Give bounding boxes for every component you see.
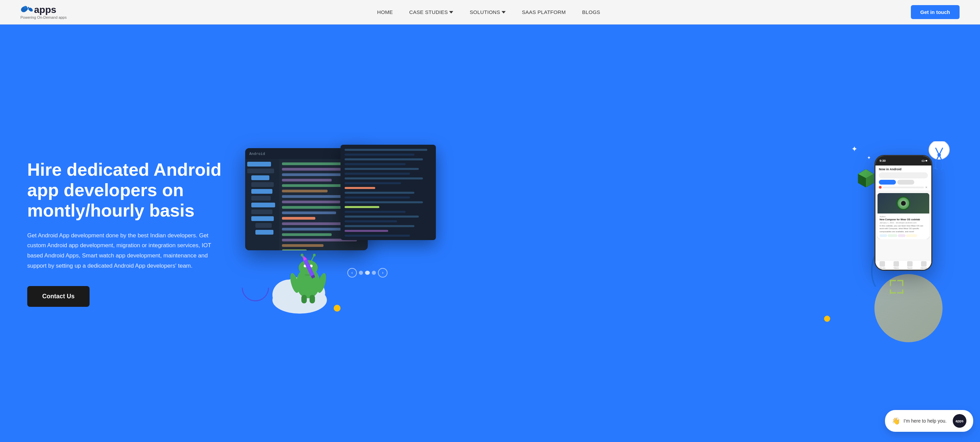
- phone-bottom-nav: For you Videos Saved Interests: [875, 260, 931, 270]
- phone-card-meta: January 1, 2021 · developer.android.com: [880, 222, 927, 224]
- phone-time: 9:30: [880, 159, 886, 162]
- phone-tag-item: [888, 234, 897, 237]
- carousel-dot: [359, 271, 363, 275]
- phone-header-text: Now in Android: [879, 167, 928, 171]
- phone-nav-saved-label: Saved: [907, 267, 912, 269]
- phone-tag-item: [898, 234, 905, 237]
- hero-description: Get Android App development done by the …: [27, 231, 218, 271]
- nav-links: HOME CASE STUDIES SOLUTIONS SAAS PLATFOR…: [377, 9, 600, 15]
- chat-bubble[interactable]: 👋 I'm here to help you. apps: [885, 410, 973, 432]
- phone-card: Author New Compose for Wear OS codelab J…: [878, 193, 929, 239]
- svg-point-16: [313, 254, 316, 256]
- phone-card-description: In this codelab, you can learn how Wear …: [880, 224, 927, 233]
- carousel-next-button[interactable]: ›: [378, 268, 388, 278]
- sparkle-icon-top: ✦: [851, 145, 858, 154]
- phone-card-body: Author New Compose for Wear OS codelab J…: [878, 213, 929, 239]
- chevron-down-icon: [501, 10, 506, 14]
- phone-filter-compact: [897, 180, 914, 184]
- phone-card-title: New Compose for Wear OS codelab: [880, 218, 927, 221]
- chat-message: I'm here to help you.: [904, 418, 947, 424]
- hero-illustration: ✦ ✦ Android: [225, 135, 959, 332]
- carousel-dot: [365, 271, 370, 275]
- contact-us-button[interactable]: Contact Us: [27, 286, 89, 307]
- navbar: apps Powering On-Demand apps HOME CASE S…: [0, 0, 980, 24]
- hero-title: Hire dedicated Android app developers on…: [27, 160, 225, 221]
- svg-point-0: [28, 7, 29, 8]
- svg-rect-32: [902, 289, 904, 294]
- svg-rect-20: [310, 295, 315, 304]
- nav-home[interactable]: HOME: [377, 9, 393, 15]
- nav-case-studies[interactable]: CASE STUDIES: [409, 9, 453, 15]
- chat-avatar: apps: [953, 414, 966, 428]
- phone-nav-saved-icon: [907, 261, 913, 267]
- svg-point-15: [301, 254, 304, 256]
- phone-tag-item: [906, 234, 917, 237]
- android-mascot: [286, 249, 330, 305]
- hero-content: Hire dedicated Android app developers on…: [27, 160, 225, 307]
- phone-search-bar: [879, 172, 928, 178]
- deco-circle-yellow-bottom: [334, 305, 340, 312]
- phone-mockup: 9:30 Now in Android: [875, 155, 932, 271]
- logo-bird-icon: [21, 5, 33, 14]
- nav-solutions[interactable]: SOLUTIONS: [469, 9, 505, 15]
- carousel-nav: ‹ ›: [347, 268, 388, 278]
- ide-sidebar: [245, 159, 279, 250]
- logo-tagline: Powering On-Demand apps: [21, 15, 67, 19]
- svg-rect-30: [902, 280, 904, 286]
- logo-text: apps: [21, 5, 56, 14]
- chevron-down-icon: [449, 10, 453, 14]
- phone-filters: [879, 180, 928, 184]
- dark-panel: [340, 145, 436, 240]
- phone-nav-interests-label: Interests: [921, 267, 927, 269]
- nav-saas-platform[interactable]: SAAS PLATFORM: [522, 9, 566, 15]
- phone-nav-videos-label: Videos: [894, 267, 899, 269]
- phone-nav-videos-icon: [894, 261, 899, 267]
- phone-screen: Now in Android ✕: [875, 165, 931, 270]
- phone-nav-interests-icon: [921, 261, 926, 267]
- phone-nav-home-icon: [880, 261, 885, 267]
- svg-line-14: [312, 256, 314, 261]
- nav-blogs[interactable]: BLOGS: [582, 9, 600, 15]
- svg-point-33: [929, 142, 949, 159]
- phone-card-author: Author: [880, 216, 927, 218]
- svg-rect-26: [890, 280, 891, 286]
- phone-notch: 9:30: [875, 156, 931, 165]
- svg-rect-19: [301, 295, 307, 304]
- phone-filter-newest: [879, 180, 896, 184]
- logo[interactable]: apps Powering On-Demand apps: [21, 5, 67, 19]
- phone-tag-list: [880, 234, 927, 237]
- bracket-icon: [888, 278, 905, 298]
- sparkle-icon-mid: ✦: [867, 155, 871, 161]
- green-cube-icon: [858, 169, 875, 189]
- phone-tag-item: [880, 234, 887, 237]
- deco-circle-yellow-br: [824, 316, 830, 322]
- svg-rect-28: [890, 289, 891, 294]
- hero-section: Hire dedicated Android app developers on…: [0, 24, 980, 442]
- chat-emoji: 👋: [892, 417, 900, 425]
- ide-title-text: Android: [249, 151, 265, 156]
- svg-point-36: [937, 153, 941, 157]
- phone-nav-home-label: For you: [880, 267, 885, 269]
- carousel-dot: [372, 271, 376, 275]
- carousel-prev-button[interactable]: ‹: [347, 268, 357, 278]
- phone-card-image: [878, 193, 929, 213]
- compass-icon: [926, 142, 953, 173]
- phone-header: Now in Android ✕: [875, 165, 931, 191]
- get-in-touch-button[interactable]: Get in touch: [911, 5, 960, 19]
